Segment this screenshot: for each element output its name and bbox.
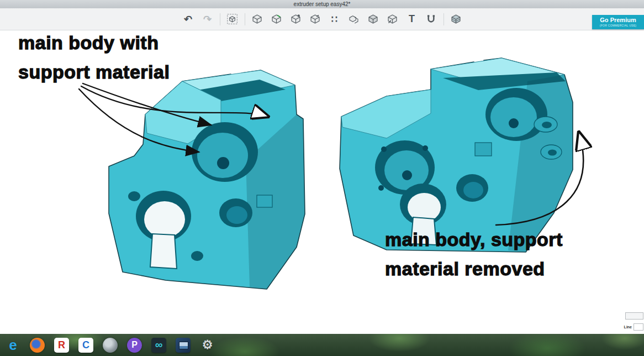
sketch-icon[interactable] (270, 12, 284, 27)
go-premium-label: Go Premium (592, 16, 644, 24)
measurement-label: Line (624, 325, 632, 329)
taskbar-p-app-icon[interactable]: P (127, 338, 142, 353)
toolbar-separator (220, 13, 220, 25)
model-right-support-removed[interactable] (340, 58, 573, 252)
redo-icon[interactable]: ↷ (200, 12, 215, 27)
combine-icon[interactable] (366, 12, 381, 27)
materials-icon[interactable] (449, 12, 463, 27)
window-title: extruder setup easy42* (294, 1, 351, 7)
construct-icon[interactable] (289, 12, 303, 27)
annotation-left: main body with support material (18, 28, 170, 87)
undo-icon[interactable]: ↶ (181, 12, 196, 27)
taskbar-browser-e-icon[interactable]: e (6, 338, 20, 353)
toolbar-separator (245, 13, 245, 25)
go-premium-button[interactable]: Go Premium (FOR COMMERCIAL USE) (592, 15, 644, 29)
taskbar-globe-icon[interactable] (103, 338, 118, 353)
taskbar-infinity-icon[interactable]: ∞ (151, 338, 166, 353)
grouping-icon[interactable] (347, 12, 361, 27)
taskbar-photos-icon[interactable] (176, 338, 191, 353)
viewport[interactable]: main body with support material main bod… (0, 30, 644, 334)
taskbar-c-app-icon[interactable]: C (78, 338, 93, 353)
tool-group: ↶ ↷ ∷ (181, 12, 463, 27)
modify-icon[interactable] (308, 12, 323, 27)
insert-icon[interactable] (225, 12, 240, 27)
snap-magnet-icon[interactable] (424, 12, 439, 27)
measurement-box[interactable] (625, 312, 643, 320)
annotation-left-line1: main body with (18, 28, 170, 57)
taskbar-firefox-icon[interactable] (30, 338, 45, 353)
taskbar: e R C P ∞ ⚙ (0, 334, 644, 356)
toolbar: ↶ ↷ ∷ (0, 8, 644, 30)
go-premium-sublabel: (FOR COMMERCIAL USE) (592, 24, 644, 27)
taskbar-gear-icon[interactable]: ⚙ (200, 338, 215, 353)
measure-icon[interactable] (386, 12, 400, 27)
toolbar-separator (444, 13, 444, 25)
text-icon[interactable]: T (405, 12, 419, 27)
annotation-left-line2: support material (18, 57, 170, 87)
primitives-icon[interactable] (250, 12, 265, 27)
annotation-right-line2: material removed (385, 254, 563, 284)
measurement-input[interactable] (634, 323, 643, 331)
annotation-right: main body, support material removed (385, 225, 563, 284)
measurements-panel: Line (619, 312, 643, 331)
titlebar: extruder setup easy42* (0, 0, 644, 8)
app-window: extruder setup easy42* ↶ ↷ ∷ (0, 0, 644, 356)
annotation-right-line1: main body, support (385, 225, 563, 254)
pattern-icon[interactable]: ∷ (328, 12, 342, 27)
taskbar-r-app-icon[interactable]: R (54, 338, 69, 353)
